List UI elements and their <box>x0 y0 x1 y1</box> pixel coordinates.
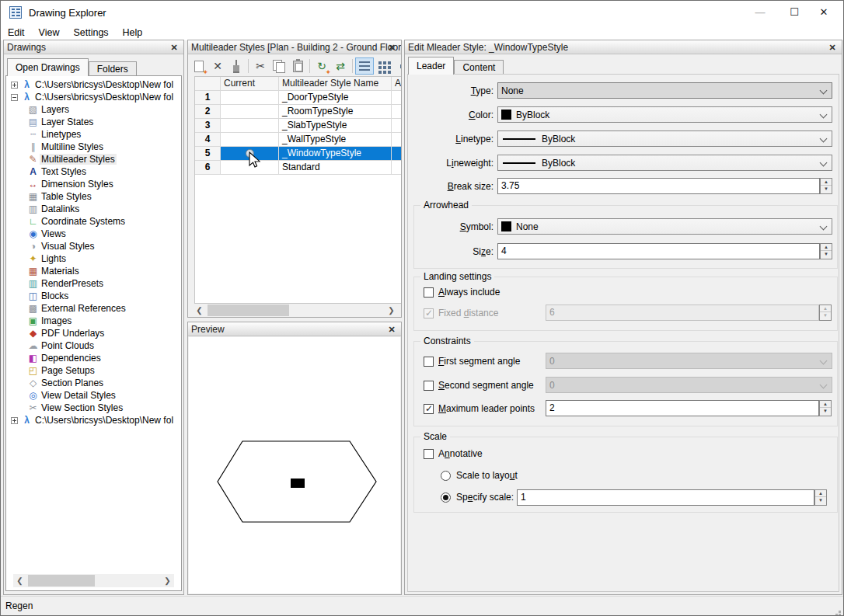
row-number[interactable]: 5 <box>195 147 221 161</box>
tab-leader[interactable]: Leader <box>408 57 454 75</box>
annotative-cell[interactable] <box>392 147 401 161</box>
specify-scale-spinner[interactable]: ▲▼ <box>814 489 827 506</box>
current-cell[interactable] <box>221 133 279 147</box>
size-spinner[interactable]: ▲▼ <box>820 243 832 259</box>
expand-icon[interactable] <box>11 417 18 424</box>
tree-item-text-styles[interactable]: AText Styles <box>8 165 180 178</box>
table-row[interactable]: 6Standard <box>195 161 401 175</box>
menu-item-settings[interactable]: Settings <box>66 26 115 40</box>
scroll-thumb[interactable] <box>208 305 289 316</box>
scroll-right-icon[interactable]: ❯ <box>161 574 174 587</box>
row-number[interactable]: 6 <box>195 161 221 175</box>
current-cell[interactable] <box>221 105 279 119</box>
tree-item-visual-styles[interactable]: ◑Visual Styles <box>8 240 180 252</box>
scale-to-layout-radio[interactable]: Scale to layout <box>441 470 518 481</box>
tree-item-renderpresets[interactable]: ▥RenderPresets <box>8 277 180 290</box>
tree-item-point-clouds[interactable]: ☁Point Clouds <box>8 339 180 352</box>
close-button[interactable]: ✕ <box>809 1 839 24</box>
row-number[interactable]: 2 <box>195 105 221 119</box>
current-cell[interactable] <box>221 119 279 133</box>
column-header-row-number[interactable] <box>195 77 221 91</box>
drawings-horizontal-scrollbar[interactable]: ❮ ❯ <box>13 574 174 587</box>
tree-item-section-planes[interactable]: ◇Section Planes <box>8 377 180 389</box>
style-name-cell[interactable]: _SlabTypeStyle <box>279 119 392 133</box>
maximum-leader-points-input[interactable]: 2 <box>546 400 819 416</box>
type-combo[interactable]: None <box>497 82 832 99</box>
row-number[interactable]: 4 <box>195 133 221 147</box>
tree-item-layers[interactable]: ▧Layers <box>8 103 180 116</box>
row-number[interactable]: 3 <box>195 119 221 133</box>
style-name-cell[interactable]: _WallTypeStyle <box>279 133 392 147</box>
column-header-Multileader Style Name[interactable]: Multileader Style Name <box>279 77 392 91</box>
symbol-combo[interactable]: None <box>497 218 832 235</box>
lineweight-combo[interactable]: ByBlock <box>497 155 832 171</box>
scroll-thumb[interactable] <box>28 575 95 586</box>
tree-view-button[interactable] <box>392 57 401 75</box>
tree-item-dimension-styles[interactable]: ↔Dimension Styles <box>8 178 180 190</box>
table-row[interactable]: 3_SlabTypeStyle <box>195 119 401 133</box>
style-name-cell[interactable]: _WindowTypeStyle <box>279 147 392 161</box>
purge-button[interactable] <box>227 57 246 75</box>
annotative-checkbox[interactable]: Annotative <box>424 448 483 459</box>
collapse-icon[interactable] <box>11 94 18 101</box>
tree-item-multileader-styles[interactable]: ✎Multileader Styles <box>8 153 180 165</box>
always-include-checkbox[interactable]: Always include <box>424 287 500 298</box>
annotative-cell[interactable] <box>392 133 401 147</box>
menu-item-view[interactable]: View <box>32 26 67 40</box>
style-name-cell[interactable]: Standard <box>279 161 392 175</box>
break-size-spinner[interactable]: ▲▼ <box>820 178 832 194</box>
tree-item-external-references[interactable]: ▩External References <box>8 302 180 315</box>
copy-button[interactable] <box>270 57 288 75</box>
specify-scale-input[interactable]: 1 <box>517 489 814 506</box>
new-style-button[interactable]: ✦ <box>190 57 208 75</box>
cut-button[interactable]: ✂ <box>251 57 270 75</box>
annotative-cell[interactable] <box>392 161 401 175</box>
maximize-button[interactable]: ☐ <box>779 1 809 24</box>
column-header-Ann[interactable]: Ann <box>392 77 401 91</box>
tree-item-linetypes[interactable]: ┄Linetypes <box>8 128 180 141</box>
tree-item-lights[interactable]: ✦Lights <box>8 252 180 265</box>
tree-item-blocks[interactable]: ◫Blocks <box>8 290 180 302</box>
paste-button[interactable] <box>288 57 307 75</box>
style-name-cell[interactable]: _RoomTypeStyle <box>279 105 392 119</box>
maximum-leader-points-checkbox[interactable]: Maximum leader points <box>424 403 535 414</box>
scroll-left-icon[interactable]: ❮ <box>193 304 206 317</box>
tree-item-pdf-underlays[interactable]: ◆PDF Underlays <box>8 327 180 339</box>
annotative-cell[interactable] <box>392 105 401 119</box>
tab-content[interactable]: Content <box>454 60 504 75</box>
menu-item-help[interactable]: Help <box>116 26 150 40</box>
specify-scale-radio[interactable]: Specify scale: <box>441 492 514 503</box>
tree-item-view-section-styles[interactable]: ✂View Section Styles <box>8 402 180 414</box>
annotative-cell[interactable] <box>392 119 401 133</box>
size-input[interactable]: 4 <box>497 243 820 259</box>
linetype-combo[interactable]: ByBlock <box>497 131 832 147</box>
tree-item-c-users-bricsys-desktop-new-fol[interactable]: λC:\Users\bricsys\Desktop\New fol <box>8 414 180 426</box>
tree-item-c-users-bricsys-desktop-new-fol[interactable]: λC:\Users\bricsys\Desktop\New fol <box>8 91 180 103</box>
annotative-cell[interactable] <box>392 91 401 105</box>
tree-item-page-setups[interactable]: ◰Page Setups <box>8 364 180 377</box>
second-segment-angle-checkbox[interactable]: Second segment angle <box>424 380 534 391</box>
menu-item-edit[interactable]: Edit <box>1 26 32 40</box>
current-cell[interactable] <box>221 91 279 105</box>
tree-item-dependencies[interactable]: ◧Dependencies <box>8 352 180 364</box>
details-view-button[interactable] <box>355 57 374 75</box>
delete-button[interactable]: ✕ <box>208 57 227 75</box>
tree-item-c-users-bricsys-desktop-new-fol[interactable]: λC:\Users\bricsys\Desktop\New fol <box>8 78 180 91</box>
expand-icon[interactable] <box>11 82 18 89</box>
maximum-leader-points-spinner[interactable]: ▲▼ <box>819 400 832 416</box>
tab-folders[interactable]: Folders <box>89 61 137 76</box>
color-combo[interactable]: ByBlock <box>497 106 832 123</box>
tree-item-datalinks[interactable]: ▥Datalinks <box>8 203 180 215</box>
tree-item-table-styles[interactable]: ▦Table Styles <box>8 190 180 203</box>
refresh-button[interactable]: ⇄ <box>331 57 350 75</box>
tab-open-drawings[interactable]: Open Drawings <box>7 58 89 76</box>
styles-panel-close-icon[interactable]: ✕ <box>386 42 397 53</box>
first-segment-angle-checkbox[interactable]: First segment angle <box>424 356 520 367</box>
scroll-track[interactable] <box>206 304 385 317</box>
tree-item-layer-states[interactable]: ▤Layer States <box>8 116 180 128</box>
column-header-Current[interactable]: Current <box>221 77 279 91</box>
scroll-left-icon[interactable]: ❮ <box>13 574 26 587</box>
tree-item-multiline-styles[interactable]: ∥Multiline Styles <box>8 141 180 153</box>
table-row[interactable]: 4_WallTypeStyle <box>195 133 401 147</box>
edit-panel-close-icon[interactable]: ✕ <box>827 42 838 53</box>
